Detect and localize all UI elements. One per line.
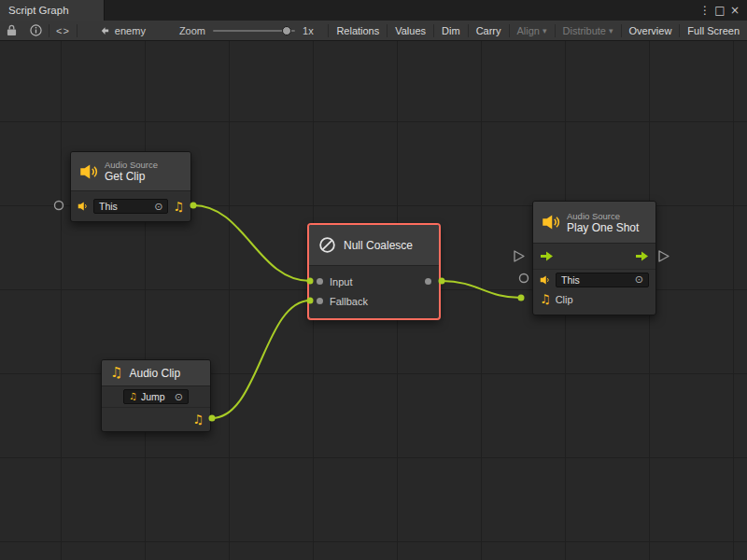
- play-one-shot-clip-row: ♫ Clip: [533, 289, 655, 309]
- graph-canvas[interactable]: Audio Source Get Clip This ⊙ ♫: [0, 41, 747, 560]
- relations-button[interactable]: Relations: [329, 21, 387, 40]
- audio-clip-output-row: ♫: [102, 407, 210, 431]
- port-label: Clip: [556, 294, 573, 305]
- node-null-coalesce-header[interactable]: Null Coalesce: [309, 225, 439, 266]
- input-port[interactable]: [317, 278, 323, 285]
- port-label: Fallback: [330, 296, 368, 307]
- audio-source-icon: [542, 213, 560, 231]
- flow-out-arrow-icon[interactable]: [635, 251, 649, 261]
- toolbar-buttons: Relations Values Dim Carry Align▾ Distri…: [328, 21, 747, 40]
- full-screen-button[interactable]: Full Screen: [680, 21, 747, 40]
- speaker-icon: [540, 274, 551, 286]
- button-label: Distribute: [563, 25, 606, 36]
- chevron-down-icon: ▾: [543, 26, 547, 35]
- flow-output-triangle-icon[interactable]: [659, 251, 669, 261]
- audioclip-output-icon: ♫: [173, 201, 184, 213]
- zoom-slider[interactable]: [213, 25, 295, 36]
- audio-clip-value-row: ♫ Jump ⊙: [102, 386, 210, 407]
- play-one-shot-this-row: This ⊙: [533, 270, 655, 289]
- node-title: Audio Clip: [129, 367, 180, 380]
- flow-in-arrow-icon[interactable]: [540, 251, 554, 261]
- object-picker-icon[interactable]: ⊙: [175, 392, 183, 402]
- zoom-slider-knob[interactable]: [282, 26, 291, 35]
- get-clip-this-row: This ⊙ ♫: [71, 191, 190, 221]
- wire-getclip-to-input[interactable]: [193, 205, 310, 281]
- input-port-row: Input: [309, 272, 439, 291]
- close-icon[interactable]: ×: [727, 0, 742, 21]
- object-picker-icon[interactable]: ⊙: [635, 274, 643, 285]
- audioclip-output-icon: ♫: [192, 413, 204, 426]
- align-button: Align▾: [510, 21, 555, 40]
- code-view-icon[interactable]: <>: [49, 21, 77, 40]
- node-play-one-shot[interactable]: Audio Source Play One Shot This ⊙: [532, 201, 656, 315]
- this-dropdown[interactable]: This ⊙: [556, 273, 649, 287]
- kebab-menu-icon[interactable]: ⋮: [698, 0, 712, 21]
- button-label: Align: [517, 25, 540, 36]
- fallback-port[interactable]: [317, 298, 323, 304]
- button-label: Dim: [442, 25, 460, 36]
- port-label: Input: [330, 276, 352, 287]
- node-category: Audio Source: [567, 211, 639, 221]
- node-get-clip-header[interactable]: Audio Source Get Clip: [71, 152, 190, 191]
- node-title: Null Coalesce: [344, 239, 413, 252]
- result-output-port[interactable]: [425, 278, 431, 285]
- node-category: Audio Source: [105, 160, 158, 170]
- audioclip-icon: ♫: [129, 392, 137, 401]
- button-label: Overview: [629, 25, 672, 36]
- window-controls: ⋮ □ ×: [698, 0, 747, 21]
- node-get-clip[interactable]: Audio Source Get Clip This ⊙ ♫: [70, 151, 191, 222]
- button-label: Relations: [336, 25, 379, 36]
- node-title: Play One Shot: [567, 221, 639, 234]
- button-label: Carry: [476, 25, 501, 36]
- info-icon[interactable]: [23, 21, 49, 40]
- button-label: Values: [395, 25, 426, 36]
- zoom-control: Zoom 1x: [179, 25, 314, 36]
- this-dropdown[interactable]: This ⊙: [93, 199, 168, 214]
- carry-button[interactable]: Carry: [469, 21, 509, 40]
- breadcrumb[interactable]: enemy: [100, 25, 146, 36]
- flow-port-row: [533, 244, 655, 270]
- maximize-icon[interactable]: □: [712, 0, 727, 21]
- tab-bar: Script Graph ⋮ □ ×: [0, 0, 747, 21]
- wire-audioclip-to-fallback[interactable]: [212, 301, 310, 418]
- object-picker-icon[interactable]: ⊙: [154, 202, 162, 212]
- playoneshot-this-input-port[interactable]: [520, 274, 529, 283]
- zoom-label: Zoom: [179, 25, 205, 36]
- breadcrumb-label: enemy: [115, 25, 146, 36]
- script-graph-window: Script Graph ⋮ □ × <> enemy Zoom: [0, 0, 747, 560]
- audioclip-input-icon: ♫: [540, 293, 551, 305]
- audio-clip-icon: ♫: [110, 366, 122, 380]
- node-audio-clip[interactable]: ♫ Audio Clip ♫ Jump ⊙ ♫: [101, 359, 211, 432]
- fallback-port-row: Fallback: [309, 291, 439, 311]
- tab-script-graph[interactable]: Script Graph: [0, 0, 105, 21]
- tab-label: Script Graph: [8, 5, 69, 16]
- dropdown-value: This: [99, 201, 150, 212]
- node-audio-clip-header[interactable]: ♫ Audio Clip: [102, 360, 210, 386]
- button-label: Full Screen: [687, 25, 740, 36]
- overview-button[interactable]: Overview: [622, 21, 680, 40]
- speaker-icon: [78, 201, 89, 212]
- null-coalesce-icon: [317, 235, 337, 255]
- values-button[interactable]: Values: [388, 21, 433, 40]
- toolbar-separator: [77, 24, 78, 37]
- graph-breadcrumb-icon: [100, 25, 110, 35]
- wire-endpoint[interactable]: [518, 295, 525, 301]
- node-title: Get Clip: [105, 170, 158, 183]
- distribute-button: Distribute▾: [556, 21, 621, 40]
- chevron-down-icon: ▾: [609, 26, 613, 35]
- node-null-coalesce[interactable]: Null Coalesce Input Fallback: [308, 224, 440, 319]
- audio-source-icon: [79, 162, 98, 181]
- audio-clip-dropdown[interactable]: ♫ Jump ⊙: [123, 389, 189, 404]
- null-coalesce-body: Input Fallback: [309, 266, 439, 318]
- wire-result-to-clip[interactable]: [442, 281, 521, 298]
- node-play-one-shot-header[interactable]: Audio Source Play One Shot: [533, 202, 655, 244]
- node-footer: [533, 309, 655, 315]
- getclip-this-input-port[interactable]: [55, 202, 63, 210]
- dropdown-value: This: [561, 274, 631, 286]
- flow-input-triangle-icon[interactable]: [514, 251, 524, 261]
- dropdown-value: Jump: [141, 391, 171, 402]
- lock-icon[interactable]: [0, 21, 23, 40]
- zoom-value: 1x: [303, 25, 314, 36]
- graph-toolbar: <> enemy Zoom 1x Relations Values Dim Ca…: [0, 21, 747, 41]
- dim-button[interactable]: Dim: [434, 21, 468, 40]
